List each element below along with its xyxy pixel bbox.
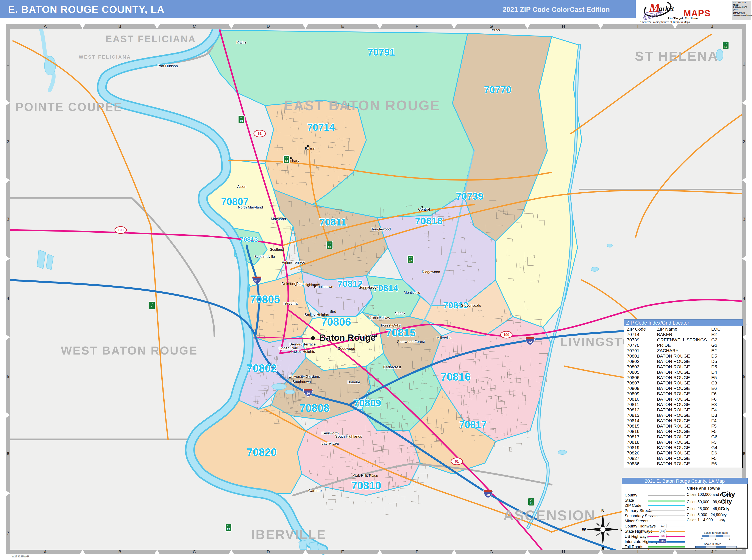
grid-row-2-left: 2 <box>7 139 9 144</box>
legend-road-swatch-countyhwy <box>648 526 685 526</box>
legend-city-sample-3: •City <box>719 513 727 517</box>
legend-road-swatch-ushwy <box>648 536 685 537</box>
zip-index-row-70816: 70816BATON ROUGEF5 <box>624 428 742 434</box>
page-title: E. BATON ROUGE COUNTY, LA <box>8 3 165 15</box>
grid-col-G-bottom: G <box>490 549 493 554</box>
legend-scale-bar-1 <box>695 546 737 548</box>
city-label-baton-rouge: Baton Rouge <box>319 333 376 343</box>
county-label-iberville: IBERVILLE <box>251 527 326 542</box>
grid-col-A-top: A <box>44 24 47 29</box>
legend-road-label-minor: Minor Streets <box>625 519 648 523</box>
city-label-maryland: Maryland <box>271 217 286 221</box>
la-num: 37 <box>409 259 412 263</box>
us-route-badge-61: 61 <box>451 458 462 465</box>
us-num: 190 <box>503 333 509 337</box>
zip-index-row-70805: 70805BATON ROUGED4 <box>624 369 742 375</box>
legend-city-label-3: Cities 5,000 - 24,999 <box>687 513 723 517</box>
zip-index-row-70806: 70806BATON ROUGEE5 <box>624 375 742 380</box>
grid-col-E-bottom: E <box>341 549 344 554</box>
zip-index-row-70814: 70814BATON ROUGEF4 <box>624 418 742 423</box>
zip-index-row-70770: 70770PRIDEG2 <box>624 342 742 348</box>
county-label-east-baton-rouge: EAST BATON ROUGE <box>284 98 440 113</box>
zip-label-70714: 70714 <box>307 122 335 133</box>
legend-scale-tick-1-0: 0 <box>695 548 696 552</box>
zip-label-70816: 70816 <box>441 371 471 383</box>
city-label-sherwood-forest: Sherwood Forest <box>397 340 425 344</box>
legend-scale-label-0: Scale in Kilometers <box>704 531 728 534</box>
legend-body: CountyStateZIP CodePrimary StreetsSecond… <box>622 484 748 549</box>
city-label-south-highlands: South Highlands <box>335 435 362 439</box>
county-label-west-baton-rouge: WEST BATON ROUGE <box>61 344 198 357</box>
compass-n: N <box>601 508 605 513</box>
zip-index-row-70739: 70739GREENWELL SPRINGSG2 <box>624 337 742 342</box>
logo-call1: CALL US TOLL FREE! <box>733 1 751 6</box>
logo-m: M <box>649 0 660 15</box>
legend-road-swatch-interstate <box>648 541 685 543</box>
la-text: LA <box>725 42 727 44</box>
zip-index-row-70809: 70809BATON ROUGEF6 <box>624 391 742 396</box>
grid-row-5-left: 5 <box>7 374 9 379</box>
legend-city-dot-3: • <box>719 514 720 517</box>
legend-road-label-county: County <box>625 493 637 498</box>
marketmaps-logo: M arket MAPS On Target. On Time. America… <box>636 0 752 21</box>
city-label-stevensdale: Stevensdale <box>461 303 481 307</box>
city-label-goodwood: Goodwood <box>337 346 355 351</box>
legend-city-dot-4: • <box>719 519 720 522</box>
city-label-villa-del-rey: Villa Del Rey <box>369 316 390 320</box>
baton-rouge-dot <box>311 336 315 340</box>
zip-index-row-70808: 70808BATON ROUGEE6 <box>624 385 742 391</box>
la-text: LA <box>285 156 288 159</box>
legend-city-dot-0: • <box>719 492 721 498</box>
grid-col-I-bottom: I <box>637 549 638 554</box>
logo-email2: mapsales@MarketMAPS.com <box>733 14 751 17</box>
zip-index-row-70815: 70815BATON ROUGEF5 <box>624 423 742 428</box>
la-route-badge-37: LA37 <box>408 256 414 263</box>
grid-row-3-right: 3 <box>743 217 745 221</box>
county-label-ascension: ASCENSION <box>503 507 596 523</box>
zip-label-70791: 70791 <box>368 46 395 58</box>
city-label-sharp: Sharp <box>395 311 405 315</box>
zip-index-row-70714: 70714BAKERE2 <box>624 332 742 337</box>
county-label-east-feliciana: EAST FELICIANA <box>105 34 196 44</box>
zip-index-col-0: ZIP Code <box>627 326 646 332</box>
legend-road-badge-statehwy: 123 <box>659 529 667 533</box>
legend-road-badge-interstate: 123 <box>659 539 667 543</box>
zip-label-70813: 70813 <box>240 236 258 243</box>
city-label-oak-hills-place: Oak Hills Place <box>353 474 378 478</box>
grid-col-F-bottom: F <box>416 549 418 554</box>
zip-index-title: ZIP Code Index/Grid Locator <box>624 319 743 326</box>
logo-tagline: On Target. On Time. <box>668 16 698 20</box>
legend-road-label-toll: Toll Roads <box>625 544 643 549</box>
la-text: LA <box>409 256 412 258</box>
la-route-badge-16: LA16 <box>723 41 729 49</box>
logo-contact-box: CALL US TOLL FREE! 1-888-434-MAPS (6277)… <box>732 1 751 20</box>
grid-col-B-bottom: B <box>118 549 121 554</box>
city-label-university-gardens: University Gardens <box>289 375 320 379</box>
grid-col-J-bottom: J <box>711 549 713 554</box>
title-bar: E. BATON ROUGE COUNTY, LA 2021 ZIP Code … <box>0 0 636 18</box>
zip-label-70806: 70806 <box>321 316 351 328</box>
legend-city-label-1: Cities 50,000 - 99,999 <box>687 500 725 504</box>
zip-index-row-70811: 70811BATON ROUGEE3 <box>624 402 742 407</box>
city-label-smiley-heights: Smiley Heights <box>304 313 329 317</box>
legend-road-swatch-zip <box>648 505 685 506</box>
zip-index-body: ZIP CodeZIP NameLOC70714BAKERE270739GREE… <box>624 326 743 468</box>
la-num: 75 <box>227 528 230 531</box>
county-label-west-feliciana: WEST FELICIANA <box>79 54 131 60</box>
grid-col-C-bottom: C <box>193 549 196 554</box>
county-label-pointe-coupee: POINTE COUPEE <box>16 100 122 113</box>
zip-index-table: ZIP Code Index/Grid Locator ZIP CodeZIP … <box>624 319 743 468</box>
zip-index-row-70827: 70827BATON ROUGEF5 <box>624 456 742 461</box>
la-num: 64 <box>285 159 288 163</box>
grid-col-H-bottom: H <box>562 549 565 554</box>
legend-road-label-secondary: Secondary Streets <box>625 514 657 518</box>
zip-label-70815: 70815 <box>386 327 416 339</box>
grid-row-4-left: 4 <box>7 296 9 300</box>
grid-col-C-top: C <box>193 24 196 29</box>
zip-index-col-1: ZIP Name <box>657 326 677 332</box>
zip-index-row-70803: 70803BATON ROUGED5 <box>624 364 742 369</box>
grid-row-1-right: 1 <box>743 62 745 66</box>
la-text: LA <box>151 302 153 304</box>
legend-city-label-2: Cities 25,000 - 49,999 <box>687 506 725 511</box>
zip-label-70809: 70809 <box>354 397 381 408</box>
